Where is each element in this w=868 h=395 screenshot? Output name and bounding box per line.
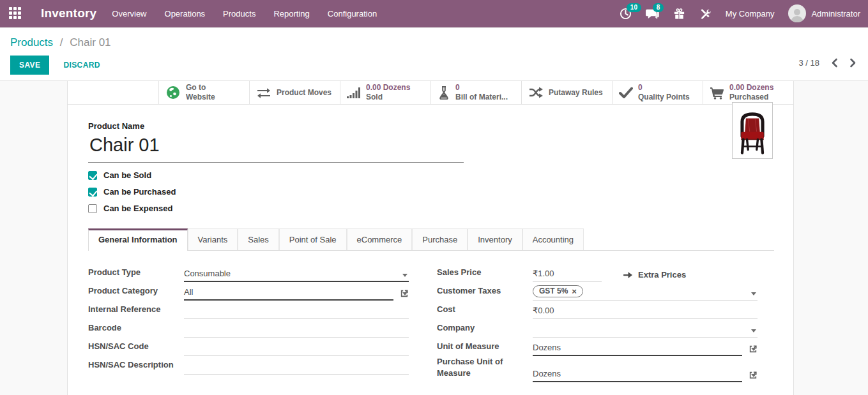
- company-switcher[interactable]: My Company: [726, 9, 775, 19]
- chevron-down-icon[interactable]: [402, 274, 407, 277]
- chevron-down-icon[interactable]: [751, 329, 756, 332]
- tab-variants[interactable]: Variants: [188, 228, 238, 250]
- product-name-label: Product Name: [88, 121, 774, 131]
- stat-value: 0.00 Dozens: [366, 83, 410, 93]
- customer-taxes-label: Customer Taxes: [437, 285, 533, 301]
- can-be-expensed-checkbox[interactable]: Can be Expensed: [88, 204, 774, 213]
- product-image[interactable]: [732, 102, 773, 159]
- check-icon: [619, 87, 633, 99]
- product-type-label: Product Type: [88, 267, 184, 282]
- tax-tag-label: GST 5%: [539, 287, 568, 295]
- purchased-stat-button[interactable]: 0.00 Dozens Purchased: [703, 81, 793, 104]
- cost-input[interactable]: ₹0.00: [533, 306, 758, 319]
- sales-price-input[interactable]: ₹1.00: [533, 269, 602, 282]
- chevron-down-icon[interactable]: [751, 292, 756, 295]
- product-category-label: Product Category: [88, 285, 184, 301]
- stat-label: Putaway Rules: [549, 88, 603, 98]
- app-title: Inventory: [41, 6, 96, 20]
- discard-button[interactable]: DISCARD: [57, 56, 106, 75]
- capability-checkboxes: Can be Sold Can be Purchased Can be Expe…: [88, 170, 774, 213]
- pager-value: 3 / 18: [798, 58, 819, 68]
- arrow-right-icon: [623, 271, 633, 279]
- go-to-website-button[interactable]: Go to Website: [158, 81, 249, 104]
- flask-icon: [438, 86, 450, 100]
- extra-prices-link[interactable]: Extra Prices: [623, 270, 686, 279]
- pager-next-icon[interactable]: [849, 58, 857, 68]
- checkbox-box[interactable]: [88, 204, 97, 213]
- unit-of-measure-label: Unit of Measure: [437, 341, 533, 356]
- stat-label: Bill of Materi...: [455, 93, 508, 102]
- stat-spacer: [68, 81, 158, 104]
- company-label: Company: [437, 322, 533, 338]
- cost-label: Cost: [437, 304, 533, 319]
- barcode-input[interactable]: [184, 324, 409, 338]
- chevron-down-icon[interactable]: [751, 374, 756, 377]
- stat-label: Sold: [366, 93, 410, 102]
- purchase-unit-of-measure-select[interactable]: Dozens: [533, 369, 742, 382]
- stat-label: Purchased: [729, 93, 773, 102]
- checkbox-label: Can be Purchased: [103, 187, 176, 197]
- menu-reporting[interactable]: Reporting: [273, 6, 309, 21]
- gift-icon[interactable]: [673, 8, 685, 20]
- messages-badge: 8: [653, 3, 664, 12]
- menu-operations[interactable]: Operations: [165, 6, 206, 21]
- bar-chart-icon: [347, 86, 361, 99]
- barcode-label: Barcode: [88, 322, 184, 338]
- bill-of-materials-button[interactable]: 0 Bill of Materi...: [430, 81, 521, 104]
- checkbox-label: Can be Sold: [103, 170, 151, 180]
- activities-icon[interactable]: 10: [620, 8, 632, 20]
- putaway-rules-button[interactable]: Putaway Rules: [521, 81, 612, 104]
- user-menu[interactable]: Administrator: [811, 9, 860, 19]
- extra-prices-text: Extra Prices: [638, 270, 686, 279]
- tab-point-of-sale[interactable]: Point of Sale: [279, 228, 347, 250]
- can-be-sold-checkbox[interactable]: Can be Sold: [88, 170, 774, 180]
- menu-overview[interactable]: Overview: [112, 6, 146, 21]
- tab-sales[interactable]: Sales: [238, 228, 279, 250]
- hsn-sac-code-input[interactable]: [184, 343, 409, 356]
- apps-grid-icon[interactable]: [9, 7, 22, 20]
- product-moves-button[interactable]: Product Moves: [249, 81, 340, 104]
- main-menu: Overview Operations Products Reporting C…: [112, 6, 377, 21]
- internal-reference-input[interactable]: [184, 306, 409, 319]
- unit-of-measure-select[interactable]: Dozens: [533, 343, 742, 356]
- messages-icon[interactable]: 8: [646, 8, 659, 20]
- sold-stat-button[interactable]: 0.00 Dozens Sold: [340, 81, 430, 104]
- product-category-select[interactable]: All: [184, 287, 393, 301]
- tab-ecommerce[interactable]: eCommerce: [347, 228, 413, 250]
- globe-icon: [165, 85, 181, 100]
- tab-inventory[interactable]: Inventory: [468, 228, 522, 250]
- menu-configuration[interactable]: Configuration: [328, 6, 377, 21]
- breadcrumb-products-link[interactable]: Products: [10, 36, 53, 48]
- user-avatar[interactable]: [788, 4, 806, 22]
- sales-price-label: Sales Price: [437, 267, 533, 282]
- product-type-select[interactable]: Consumable: [184, 269, 409, 282]
- chair-image: [735, 107, 770, 155]
- hsn-sac-description-input[interactable]: [184, 361, 409, 375]
- tab-purchase[interactable]: Purchase: [412, 228, 468, 250]
- product-name-input[interactable]: Chair 01: [88, 131, 464, 163]
- general-information-panel: Product Type Consumable Product Category…: [88, 264, 774, 382]
- purchase-unit-of-measure-label: Purchase Unit of Measure: [437, 356, 533, 382]
- page-background: Go to Website Product Moves 0.00 Dozens …: [0, 81, 868, 395]
- tab-general-information[interactable]: General Information: [88, 228, 188, 251]
- stat-label: Quality Points: [638, 93, 690, 102]
- save-button[interactable]: SAVE: [10, 56, 49, 75]
- tab-accounting[interactable]: Accounting: [522, 228, 584, 250]
- tax-tag-remove-icon[interactable]: ×: [572, 287, 577, 295]
- company-select[interactable]: [533, 324, 758, 338]
- control-panel: Products / Chair 01 SAVE DISCARD 3 / 18: [0, 27, 868, 81]
- tools-icon[interactable]: [699, 8, 712, 20]
- checkbox-box[interactable]: [88, 171, 97, 180]
- customer-taxes-field[interactable]: GST 5% ×: [533, 285, 758, 301]
- quality-points-button[interactable]: 0 Quality Points: [612, 81, 703, 104]
- stat-label-line1: Go to: [186, 83, 215, 93]
- checkbox-box[interactable]: [88, 188, 97, 197]
- breadcrumb: Products / Chair 01: [10, 34, 858, 56]
- can-be-purchased-checkbox[interactable]: Can be Purchased: [88, 187, 774, 197]
- menu-products[interactable]: Products: [223, 6, 255, 21]
- pager-previous-icon[interactable]: [831, 58, 838, 68]
- activities-badge: 10: [627, 3, 641, 12]
- chevron-down-icon[interactable]: [751, 348, 756, 351]
- record-pager: 3 / 18: [798, 58, 857, 68]
- chevron-down-icon[interactable]: [402, 292, 407, 295]
